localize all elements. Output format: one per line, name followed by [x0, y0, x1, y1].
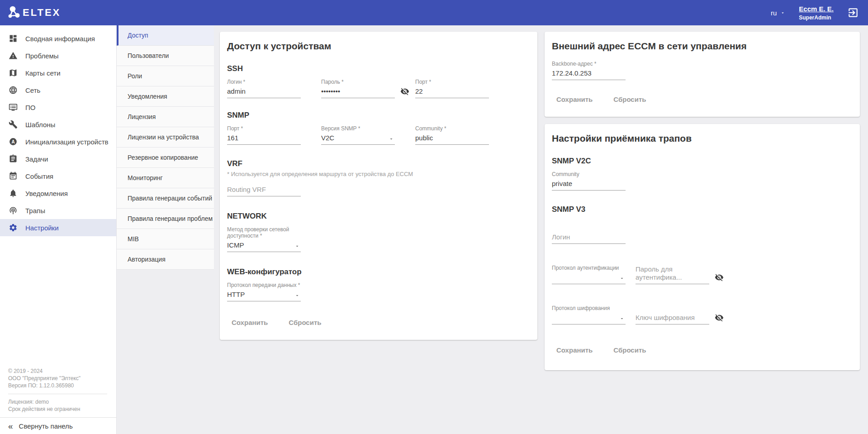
sidebar-item-9[interactable]: События [0, 167, 116, 185]
snmp-community-input[interactable]: Community * public [415, 125, 489, 145]
language-selector[interactable]: ru [771, 9, 785, 17]
settings-tab-2[interactable]: Пользователи [117, 46, 214, 66]
eltex-logo-icon: ELTEX [7, 5, 66, 21]
sidebar-item-label: Инициализация устройств [25, 138, 108, 146]
sidebar-item-12[interactable]: Настройки [0, 219, 116, 236]
dropdown-arrow-icon [619, 316, 625, 321]
sidebar-item-1[interactable]: Сводная информация [0, 30, 116, 47]
eltex-logo[interactable]: ELTEX [7, 5, 66, 21]
ssh-port-input[interactable]: Порт * 22 [415, 79, 489, 98]
save-button[interactable]: Сохранить [227, 315, 272, 330]
settings-tab-10[interactable]: Правила генерации проблем [117, 209, 214, 229]
settings-tab-1[interactable]: Доступ [117, 25, 214, 46]
gear-icon [9, 223, 18, 232]
ssh-login-input[interactable]: Логин * admin [227, 79, 301, 98]
settings-tab-9[interactable]: Правила генерации событий [117, 188, 214, 209]
save-button[interactable]: Сохранить [552, 92, 597, 107]
trap-receiver-card: Настройки приёмника трапов SNMP V2C Comm… [545, 124, 860, 370]
visibility-off-icon[interactable] [715, 273, 724, 282]
user-menu[interactable]: Eccm E. E. SuperAdmin [799, 5, 834, 21]
reset-button[interactable]: Сбросить [609, 343, 650, 358]
snmp-v2c-heading: SNMP V2C [552, 157, 853, 166]
software-icon [9, 103, 18, 112]
backbone-address-input[interactable]: Backbone-адрес * 172.24.0.253 [552, 61, 626, 80]
save-button[interactable]: Сохранить [552, 343, 597, 358]
auth-protocol-select[interactable]: Протокол аутентификации [552, 265, 626, 284]
settings-tab-7[interactable]: Резервное копирование [117, 148, 214, 168]
sidebar-item-label: Сводная информация [25, 35, 95, 43]
wrench-icon [9, 120, 18, 129]
settings-tab-11[interactable]: MIB [117, 229, 214, 249]
routing-vrf-input[interactable]: Routing VRF [227, 186, 301, 196]
settings-tab-8[interactable]: Мониторинг [117, 168, 214, 188]
tasks-icon [9, 154, 18, 163]
auth-password-input[interactable]: Пароль для аутентифика... [636, 265, 709, 284]
privacy-key-input[interactable]: Ключ шифрования [636, 314, 709, 324]
bell-icon [9, 189, 18, 198]
user-name-link[interactable]: Eccm E. E. [799, 5, 834, 13]
user-role-label: SuperAdmin [799, 14, 831, 21]
network-check-method-select[interactable]: Метод проверки сетевой доступности * ICM… [227, 226, 301, 252]
sidebar-item-label: Уведомления [25, 190, 68, 197]
sidebar-item-8[interactable]: Задачи [0, 150, 116, 167]
settings-tab-3[interactable]: Роли [117, 66, 214, 86]
right-column: Внешний адрес ECCM в сети управления Bac… [545, 32, 860, 370]
device-init-icon: A [9, 137, 18, 146]
collapse-label: Свернуть панель [19, 422, 73, 430]
sidebar-item-label: Задачи [25, 155, 48, 163]
sidebar-item-10[interactable]: Уведомления [0, 185, 116, 202]
visibility-off-icon[interactable] [400, 87, 409, 96]
settings-nav: ДоступПользователиРолиУведомленияЛицензи… [117, 25, 214, 434]
globe-icon [9, 86, 18, 95]
privacy-protocol-select[interactable]: Протокол шифрования [552, 305, 626, 324]
external-address-card: Внешний адрес ECCM в сети управления Bac… [545, 32, 860, 117]
svg-text:A: A [11, 139, 14, 144]
sidebar-item-11[interactable]: Трапы [0, 202, 116, 219]
vrf-heading: VRF [227, 159, 530, 168]
version-text: Версия ПО: 1.12.0.365980 [8, 382, 108, 389]
reset-button[interactable]: Сбросить [609, 92, 650, 107]
sidebar-item-6[interactable]: Шаблоны [0, 116, 116, 133]
card-title: Доступ к устройствам [227, 41, 530, 52]
device-access-card: Доступ к устройствам SSH Логин * admin П… [220, 32, 537, 340]
sidebar-item-label: ПО [25, 104, 35, 111]
sidebar-item-7[interactable]: AИнициализация устройств [0, 133, 116, 150]
main-content: Доступ к устройствам SSH Логин * admin П… [214, 25, 868, 434]
sidebar-item-label: События [25, 172, 53, 180]
collapse-panel-button[interactable]: « Свернуть панель [0, 417, 116, 434]
network-heading: NETWORK [227, 212, 530, 221]
snmp-version-select[interactable]: Версия SNMP * V2C [321, 125, 395, 145]
company-text: ООО "Предприятие "Элтекс" [8, 375, 108, 382]
map-icon [9, 68, 18, 77]
dropdown-arrow-icon [389, 136, 394, 142]
sidebar-item-label: Шаблоны [25, 121, 55, 129]
sidebar-item-3[interactable]: Карты сети [0, 64, 116, 81]
traps-icon [9, 206, 18, 215]
language-label: ru [771, 9, 777, 17]
sidebar-item-label: Настройки [25, 224, 59, 232]
ssh-heading: SSH [227, 64, 530, 73]
sidebar-item-4[interactable]: Сеть [0, 81, 116, 99]
sidebar-item-5[interactable]: ПО [0, 99, 116, 116]
snmp-v3-heading: SNMP V3 [552, 205, 853, 214]
warning-icon [9, 51, 18, 60]
web-protocol-select[interactable]: Протокол передачи данных * HTTP [227, 282, 301, 301]
trap-community-input[interactable]: Community private [552, 171, 626, 191]
trap-login-input[interactable]: Логин [552, 233, 626, 244]
vrf-note: * Используется для определения маршрута … [227, 171, 530, 177]
primary-sidebar: Сводная информацияПроблемыКарты сетиСеть… [0, 25, 117, 434]
settings-tab-6[interactable]: Лицензии на устройства [117, 127, 214, 148]
ssh-password-input[interactable]: Пароль * •••••••• [321, 79, 395, 98]
sidebar-item-label: Сеть [25, 86, 40, 94]
reset-button[interactable]: Сбросить [284, 315, 326, 330]
settings-tab-12[interactable]: Авторизация [117, 249, 214, 270]
card-title: Внешний адрес ECCM в сети управления [552, 41, 853, 52]
sidebar-item-2[interactable]: Проблемы [0, 47, 116, 64]
collapse-icon: « [8, 422, 13, 430]
settings-tab-4[interactable]: Уведомления [117, 86, 214, 107]
logout-button[interactable] [847, 7, 859, 19]
visibility-off-icon[interactable] [715, 313, 724, 322]
settings-tab-5[interactable]: Лицензия [117, 107, 214, 127]
sidebar-item-label: Трапы [25, 207, 45, 215]
snmp-port-input[interactable]: Порт * 161 [227, 125, 301, 145]
